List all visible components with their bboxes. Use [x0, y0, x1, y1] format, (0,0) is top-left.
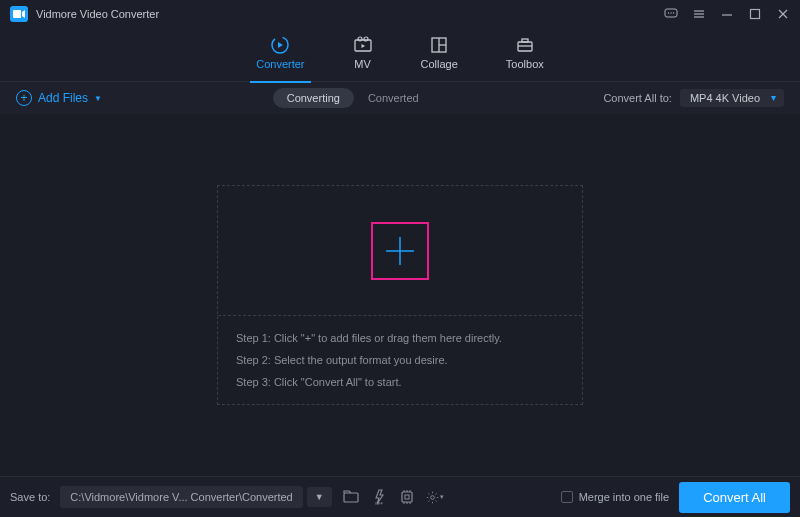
- step-1: Step 1: Click "+" to add files or drag t…: [236, 332, 564, 344]
- svg-point-3: [668, 12, 669, 13]
- output-path-text: C:\Vidmore\Vidmore V... Converter\Conver…: [70, 491, 292, 503]
- svg-rect-27: [344, 493, 358, 502]
- step-2: Step 2: Select the output format you des…: [236, 354, 564, 366]
- checkbox-icon: [561, 491, 573, 503]
- tab-collage[interactable]: Collage: [421, 36, 458, 74]
- close-icon[interactable]: [776, 7, 790, 21]
- nav-tabs: Converter MV Collage Toolbox: [0, 28, 800, 82]
- svg-text:OFF: OFF: [375, 501, 384, 506]
- convert-all-to: Convert All to: MP4 4K Video: [603, 89, 784, 107]
- gpu-icon[interactable]: [398, 488, 416, 506]
- chevron-down-icon: ▾: [440, 493, 444, 501]
- title-controls: [664, 7, 790, 21]
- svg-rect-30: [402, 492, 412, 502]
- sub-bar: + Add Files ▼ Converting Converted Conve…: [0, 82, 800, 114]
- format-select[interactable]: MP4 4K Video: [680, 89, 784, 107]
- svg-rect-0: [13, 10, 21, 18]
- tab-label: MV: [354, 58, 371, 70]
- drop-zone[interactable]: [218, 186, 582, 316]
- svg-marker-14: [278, 42, 283, 48]
- svg-point-38: [430, 495, 434, 499]
- hardware-accel-icon[interactable]: OFF: [370, 488, 388, 506]
- merge-checkbox[interactable]: Merge into one file: [561, 491, 670, 503]
- instructions: Step 1: Click "+" to add files or drag t…: [218, 316, 582, 404]
- settings-icon[interactable]: ▾: [426, 488, 444, 506]
- minimize-icon[interactable]: [720, 7, 734, 21]
- tab-converter[interactable]: Converter: [256, 36, 304, 74]
- converter-icon: [270, 36, 290, 54]
- path-dropdown[interactable]: ▼: [307, 487, 332, 507]
- svg-point-17: [364, 37, 368, 41]
- svg-rect-31: [405, 495, 409, 499]
- svg-rect-23: [522, 39, 528, 42]
- title-left: Vidmore Video Converter: [10, 6, 159, 22]
- toolbox-icon: [515, 36, 535, 54]
- mv-icon: [353, 36, 373, 54]
- add-files-button[interactable]: + Add Files ▼: [16, 90, 102, 106]
- svg-marker-1: [22, 10, 25, 18]
- step-3: Step 3: Click "Convert All" to start.: [236, 376, 564, 388]
- tab-label: Converter: [256, 58, 304, 70]
- convert-all-button[interactable]: Convert All: [679, 482, 790, 513]
- tab-toolbox[interactable]: Toolbox: [506, 36, 544, 74]
- add-files-plus-button[interactable]: [371, 222, 429, 280]
- svg-marker-18: [361, 44, 365, 48]
- status-tabs: Converting Converted: [273, 88, 433, 108]
- chevron-down-icon[interactable]: ▼: [94, 94, 102, 103]
- svg-point-16: [358, 37, 362, 41]
- output-path[interactable]: C:\Vidmore\Vidmore V... Converter\Conver…: [60, 486, 302, 508]
- tab-converting[interactable]: Converting: [273, 88, 354, 108]
- plus-icon: [382, 233, 418, 269]
- app-title: Vidmore Video Converter: [36, 8, 159, 20]
- main-area: Step 1: Click "+" to add files or drag t…: [0, 114, 800, 476]
- save-to-label: Save to:: [10, 491, 50, 503]
- title-bar: Vidmore Video Converter: [0, 0, 800, 28]
- format-value: MP4 4K Video: [690, 92, 760, 104]
- maximize-icon[interactable]: [748, 7, 762, 21]
- convert-all-to-label: Convert All to:: [603, 92, 671, 104]
- app-logo-icon: [10, 6, 28, 22]
- tab-label: Collage: [421, 58, 458, 70]
- plus-circle-icon: +: [16, 90, 32, 106]
- merge-label: Merge into one file: [579, 491, 670, 503]
- feedback-icon[interactable]: [664, 7, 678, 21]
- open-folder-icon[interactable]: [342, 488, 360, 506]
- svg-point-4: [670, 12, 671, 13]
- tab-mv[interactable]: MV: [353, 36, 373, 74]
- collage-icon: [429, 36, 449, 54]
- tab-converted[interactable]: Converted: [354, 88, 433, 108]
- svg-point-5: [673, 12, 674, 13]
- drop-panel: Step 1: Click "+" to add files or drag t…: [217, 185, 583, 405]
- svg-rect-10: [751, 10, 760, 19]
- footer-bar: Save to: C:\Vidmore\Vidmore V... Convert…: [0, 476, 800, 517]
- add-files-label: Add Files: [38, 91, 88, 105]
- tab-label: Toolbox: [506, 58, 544, 70]
- menu-icon[interactable]: [692, 7, 706, 21]
